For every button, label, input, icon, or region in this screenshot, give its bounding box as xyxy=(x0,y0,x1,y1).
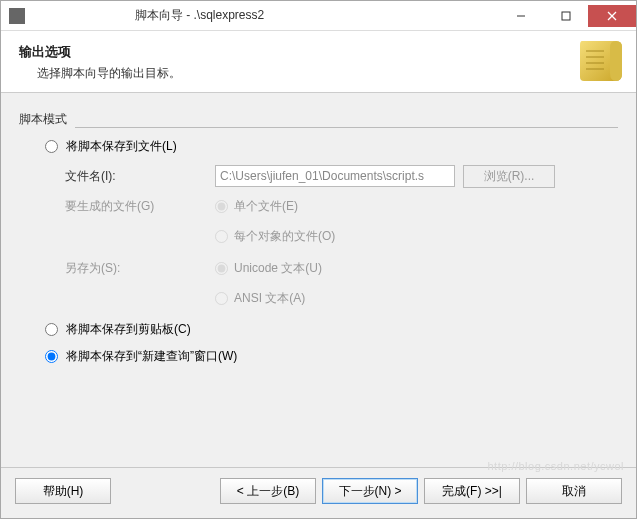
footer-area: 帮助(H) < 上一步(B) 下一步(N) > 完成(F) >>| 取消 xyxy=(1,467,636,518)
radio-single-file[interactable] xyxy=(215,200,228,213)
option-ansi[interactable]: ANSI 文本(A) xyxy=(215,290,305,307)
close-button[interactable] xyxy=(588,5,636,27)
option-save-to-clipboard[interactable]: 将脚本保存到剪贴板(C) xyxy=(45,321,618,338)
saveas-label: 另存为(S): xyxy=(65,260,215,277)
radio-unicode[interactable] xyxy=(215,262,228,275)
help-button[interactable]: 帮助(H) xyxy=(15,478,111,504)
filename-label: 文件名(I): xyxy=(65,168,215,185)
option-save-to-newquery[interactable]: 将脚本保存到“新建查询”窗口(W) xyxy=(45,348,618,365)
radio-save-clipboard-label: 将脚本保存到剪贴板(C) xyxy=(66,321,191,338)
generate-label: 要生成的文件(G) xyxy=(65,198,215,215)
radio-save-file-label: 将脚本保存到文件(L) xyxy=(66,138,177,155)
radio-unicode-label: Unicode 文本(U) xyxy=(234,260,322,277)
maximize-button[interactable] xyxy=(543,5,588,27)
page-title: 输出选项 xyxy=(19,43,618,61)
radio-per-object-label: 每个对象的文件(O) xyxy=(234,228,335,245)
svg-rect-1 xyxy=(562,12,570,20)
radio-save-newquery[interactable] xyxy=(45,350,58,363)
filename-input[interactable] xyxy=(215,165,455,187)
body: 脚本模式 将脚本保存到文件(L) 文件名(I): 浏览(R)... 要生成的文件… xyxy=(1,93,636,467)
group-label: 脚本模式 xyxy=(19,111,73,128)
next-button[interactable]: 下一步(N) > xyxy=(322,478,418,504)
footer: 帮助(H) < 上一步(B) 下一步(N) > 完成(F) >>| 取消 xyxy=(1,478,636,518)
script-mode-group: 脚本模式 将脚本保存到文件(L) 文件名(I): 浏览(R)... 要生成的文件… xyxy=(19,111,618,365)
file-subsection: 文件名(I): 浏览(R)... 要生成的文件(G) 单个文件(E) 每个对象 xyxy=(65,163,618,311)
window: 脚本向导 - .\sqlexpress2 输出选项 选择脚本向导的输出目标。 脚… xyxy=(0,0,637,519)
radio-per-object[interactable] xyxy=(215,230,228,243)
option-unicode[interactable]: Unicode 文本(U) xyxy=(215,260,322,277)
option-save-to-file[interactable]: 将脚本保存到文件(L) xyxy=(45,138,618,155)
radio-save-newquery-label: 将脚本保存到“新建查询”窗口(W) xyxy=(66,348,237,365)
window-title: 脚本向导 - .\sqlexpress2 xyxy=(31,7,498,24)
finish-button[interactable]: 完成(F) >>| xyxy=(424,478,520,504)
window-controls xyxy=(498,5,636,27)
app-icon xyxy=(9,8,25,24)
scroll-icon xyxy=(576,37,624,85)
cancel-button[interactable]: 取消 xyxy=(526,478,622,504)
radio-single-file-label: 单个文件(E) xyxy=(234,198,298,215)
radio-save-clipboard[interactable] xyxy=(45,323,58,336)
option-single-file[interactable]: 单个文件(E) xyxy=(215,198,298,215)
titlebar: 脚本向导 - .\sqlexpress2 xyxy=(1,1,636,31)
option-per-object[interactable]: 每个对象的文件(O) xyxy=(215,228,335,245)
radio-save-file[interactable] xyxy=(45,140,58,153)
radio-ansi-label: ANSI 文本(A) xyxy=(234,290,305,307)
back-button[interactable]: < 上一步(B) xyxy=(220,478,316,504)
minimize-button[interactable] xyxy=(498,5,543,27)
browse-button[interactable]: 浏览(R)... xyxy=(463,165,555,188)
wizard-header: 输出选项 选择脚本向导的输出目标。 xyxy=(1,31,636,93)
page-subtitle: 选择脚本向导的输出目标。 xyxy=(37,65,618,82)
radio-ansi[interactable] xyxy=(215,292,228,305)
